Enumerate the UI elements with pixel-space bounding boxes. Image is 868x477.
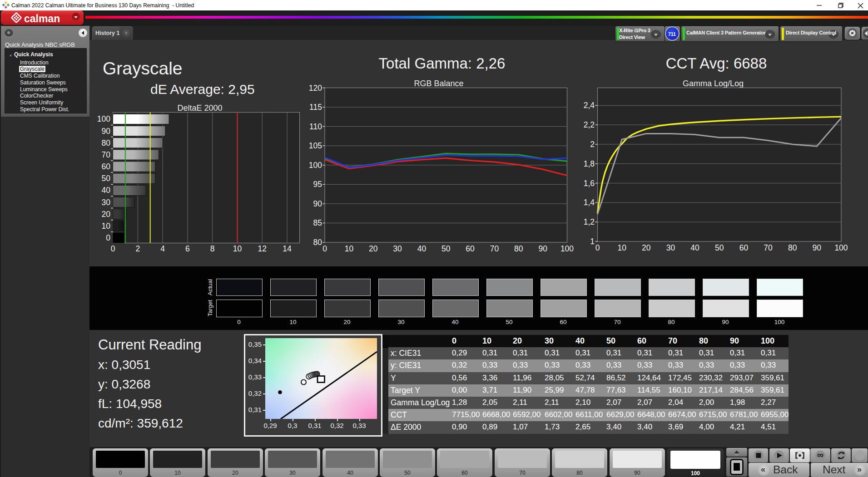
svg-text:80: 80 (788, 243, 797, 252)
svg-text:20: 20 (102, 210, 111, 219)
svg-text:100: 100 (560, 244, 574, 253)
svg-text:100: 100 (834, 243, 848, 252)
svg-text:14: 14 (283, 244, 292, 253)
svg-text:1,6: 1,6 (584, 179, 595, 188)
svg-text:∞: ∞ (817, 450, 823, 460)
svg-text:60: 60 (739, 243, 749, 252)
svg-text:30: 30 (102, 198, 111, 207)
svg-text:120: 120 (309, 84, 322, 93)
svg-text:80: 80 (313, 238, 322, 247)
svg-text:70: 70 (764, 243, 773, 252)
svg-text:60: 60 (102, 162, 111, 171)
svg-text:0: 0 (106, 233, 110, 242)
svg-text:80: 80 (514, 244, 523, 253)
svg-text:10: 10 (102, 221, 111, 231)
svg-text:90: 90 (313, 199, 322, 208)
svg-text:2: 2 (590, 140, 595, 149)
svg-text:0: 0 (111, 244, 115, 253)
svg-text:0: 0 (322, 244, 327, 253)
svg-text:2: 2 (135, 244, 140, 253)
svg-text:1,2: 1,2 (584, 217, 595, 226)
svg-text:70: 70 (102, 150, 111, 159)
svg-text:30: 30 (666, 243, 675, 252)
svg-text:85: 85 (313, 218, 322, 227)
svg-text:1: 1 (590, 237, 595, 246)
svg-text:90: 90 (813, 243, 822, 252)
svg-text:60: 60 (466, 244, 475, 253)
svg-text:1,8: 1,8 (584, 159, 595, 168)
svg-text:10: 10 (617, 243, 626, 252)
svg-text:0: 0 (595, 243, 600, 252)
svg-text:50: 50 (441, 244, 451, 253)
svg-text:4: 4 (160, 244, 165, 253)
svg-text:8: 8 (210, 244, 215, 253)
svg-text:12: 12 (258, 244, 267, 253)
svg-text:40: 40 (102, 186, 111, 195)
svg-text:40: 40 (690, 243, 699, 252)
svg-text:10: 10 (233, 244, 242, 253)
svg-text:100: 100 (309, 161, 322, 170)
svg-text:90: 90 (538, 244, 547, 253)
svg-text:20: 20 (642, 243, 651, 252)
svg-text:30: 30 (393, 244, 402, 253)
svg-text:70: 70 (490, 244, 499, 253)
svg-text:100: 100 (97, 114, 110, 123)
svg-text:20: 20 (369, 244, 378, 253)
svg-text:90: 90 (102, 127, 111, 136)
svg-text:2,4: 2,4 (584, 101, 595, 110)
svg-text:10: 10 (345, 244, 354, 253)
svg-text:50: 50 (715, 243, 724, 252)
svg-text:80: 80 (102, 138, 111, 148)
svg-text:105: 105 (309, 141, 322, 150)
svg-text:1,4: 1,4 (584, 198, 595, 207)
svg-text:50: 50 (102, 174, 111, 183)
svg-text:40: 40 (417, 244, 427, 253)
svg-text:6: 6 (185, 244, 190, 253)
svg-text:110: 110 (309, 122, 322, 131)
svg-text:95: 95 (313, 180, 322, 189)
svg-text:2,2: 2,2 (584, 120, 595, 129)
svg-text:115: 115 (309, 103, 322, 112)
